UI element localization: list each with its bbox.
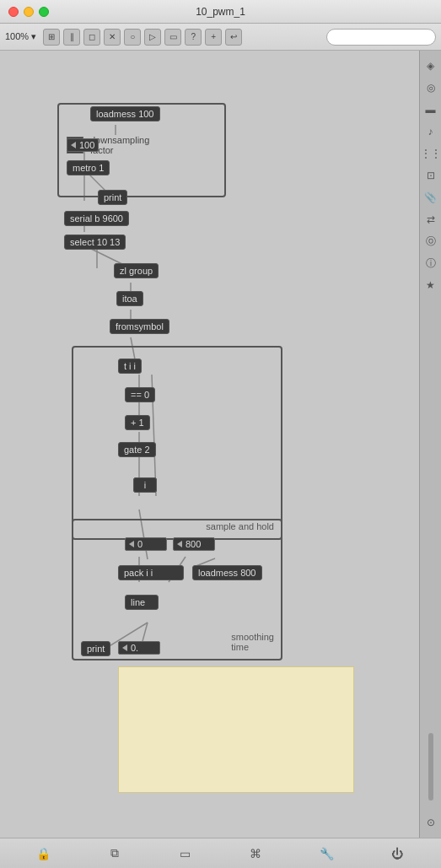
toolbar-arrow-btn[interactable]: ↩ (225, 29, 242, 46)
gate2-node[interactable]: gate 2 (118, 442, 156, 457)
itoa-node[interactable]: itoa (116, 291, 143, 306)
pack-ii-node[interactable]: pack i i (118, 565, 184, 580)
select-10-node[interactable]: select 10 13 (64, 235, 126, 250)
traffic-lights (8, 7, 49, 17)
print2-node[interactable]: print (81, 641, 110, 656)
toolbar-play-btn[interactable]: ▷ (144, 29, 161, 46)
toolbar: 100% ▾ ⊞ ∥ ◻ ✕ ○ ▷ ▭ ? + ↩ (0, 24, 441, 51)
sidebar-clip-icon[interactable]: 📎 (422, 189, 439, 206)
smoothing-label: smoothingtime (231, 632, 274, 652)
sidebar-transfer-icon[interactable]: ⇄ (422, 211, 439, 228)
sidebar-star-icon[interactable]: ★ (422, 277, 439, 294)
sidebar-info-icon[interactable]: ⓘ (422, 255, 439, 272)
downsampling-label: downsamplingfactor (90, 135, 149, 155)
loadmess-100-node[interactable]: loadmess 100 (90, 106, 160, 121)
print-node[interactable]: print (98, 190, 127, 205)
plus1-node[interactable]: + 1 (125, 415, 150, 430)
bottombar: 🔒 ⧉ ▭ ⌘ 🔧 ⏻ (0, 838, 441, 868)
canvas-area: loadmess 100 ✕ 100 downsamplingfactor me… (0, 51, 441, 838)
sidebar-camera-icon[interactable]: ⊙ (422, 814, 439, 831)
search-input[interactable] (326, 29, 436, 46)
eq0-node[interactable]: == 0 (125, 387, 155, 402)
sidebar-minus-icon[interactable]: ▬ (422, 101, 439, 118)
line-node[interactable]: line (125, 595, 159, 610)
window-title: 10_pwm_1 (196, 6, 245, 18)
numbox-0-node[interactable]: 0 (125, 537, 167, 551)
right-sidebar: ◈ ◎ ▬ ♪ ⋮⋮ ⊡ 📎 ⇄ ⓞ ⓘ ★ ⊙ (419, 51, 441, 838)
t-ii-node[interactable]: t i i (118, 359, 142, 374)
toolbar-close-btn[interactable]: ✕ (104, 29, 121, 46)
toolbar-add-btn[interactable]: + (205, 29, 222, 46)
bottombar-lock-icon[interactable]: 🔒 (34, 844, 54, 864)
maximize-button[interactable] (39, 7, 49, 17)
toolbar-present-btn[interactable]: ◻ (83, 29, 100, 46)
sidebar-music-icon[interactable]: ♪ (422, 123, 439, 140)
numbox-800-node[interactable]: 800 (173, 537, 215, 551)
toolbar-grid-btn[interactable]: ⊞ (43, 29, 60, 46)
bottombar-conn-icon[interactable]: ⌘ (245, 844, 266, 864)
sidebar-chevrons-icon[interactable]: ⋮⋮ (422, 145, 439, 162)
sample-hold-box: sample and hold (72, 346, 282, 540)
numbox-0b-node[interactable]: 0. (118, 641, 160, 655)
loadmess-800-node[interactable]: loadmess 800 (192, 565, 262, 580)
sidebar-o-icon[interactable]: ⓞ (422, 233, 439, 250)
metro-1-node[interactable]: metro 1 (67, 160, 110, 175)
bottombar-power-icon[interactable]: ⏻ (387, 844, 407, 864)
toolbar-help-btn[interactable]: ? (185, 29, 202, 46)
titlebar: 10_pwm_1 (0, 0, 441, 24)
toolbar-circle-btn[interactable]: ○ (124, 29, 141, 46)
fromsymbol-node[interactable]: fromsymbol (110, 319, 169, 334)
bottombar-rect-icon[interactable]: ▭ (175, 844, 196, 864)
zoom-level[interactable]: 100% ▾ (5, 31, 36, 42)
zl-group-node[interactable]: zl group (114, 263, 159, 278)
sidebar-image-icon[interactable]: ⊡ (422, 167, 439, 184)
numbox-100-node[interactable]: 100 (67, 138, 99, 152)
toolbar-lock-btn[interactable]: ∥ (63, 29, 80, 46)
serial-b-node[interactable]: serial b 9600 (64, 211, 129, 226)
toolbar-rect-btn[interactable]: ▭ (164, 29, 181, 46)
note-area (118, 666, 354, 793)
close-button[interactable] (8, 7, 19, 17)
sidebar-target-icon[interactable]: ◎ (422, 79, 439, 96)
minimize-button[interactable] (24, 7, 34, 17)
bottombar-layers-icon[interactable]: ⧉ (105, 844, 125, 864)
bottombar-wrench-icon[interactable]: 🔧 (316, 844, 336, 864)
i-node2[interactable]: i (133, 477, 157, 493)
sidebar-cube-icon[interactable]: ◈ (422, 57, 439, 74)
right-scrollbar[interactable] (428, 733, 433, 801)
